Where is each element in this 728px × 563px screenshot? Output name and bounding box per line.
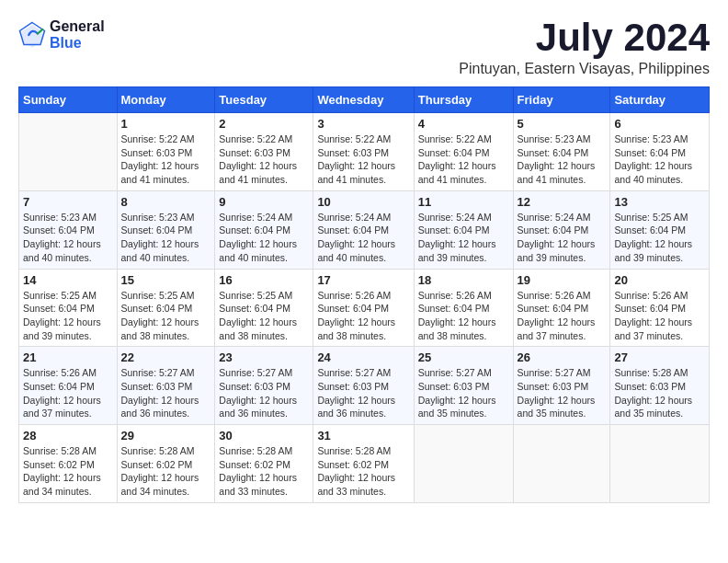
calendar-cell: 20Sunrise: 5:26 AM Sunset: 6:04 PM Dayli… [610, 269, 710, 347]
day-info: Sunrise: 5:22 AM Sunset: 6:03 PM Dayligh… [317, 132, 409, 187]
calendar-cell: 1Sunrise: 5:22 AM Sunset: 6:03 PM Daylig… [117, 113, 215, 191]
day-info: Sunrise: 5:24 AM Sunset: 6:04 PM Dayligh… [418, 211, 509, 265]
calendar-cell: 26Sunrise: 5:27 AM Sunset: 6:03 PM Dayli… [513, 347, 610, 425]
calendar-cell: 11Sunrise: 5:24 AM Sunset: 6:04 PM Dayli… [414, 190, 513, 269]
day-info: Sunrise: 5:27 AM Sunset: 6:03 PM Dayligh… [418, 366, 509, 420]
calendar-cell: 2Sunrise: 5:22 AM Sunset: 6:03 PM Daylig… [215, 113, 313, 191]
calendar-cell: 27Sunrise: 5:28 AM Sunset: 6:03 PM Dayli… [610, 347, 710, 425]
day-number: 26 [518, 350, 607, 364]
title-block: July 2024 Pintuyan, Eastern Visayas, Phi… [459, 18, 710, 77]
day-info: Sunrise: 5:28 AM Sunset: 6:03 PM Dayligh… [614, 366, 705, 420]
calendar-week-5: 28Sunrise: 5:28 AM Sunset: 6:02 PM Dayli… [19, 425, 710, 503]
calendar-table: SundayMondayTuesdayWednesdayThursdayFrid… [18, 86, 710, 503]
day-info: Sunrise: 5:24 AM Sunset: 6:04 PM Dayligh… [518, 211, 607, 265]
calendar-week-2: 7Sunrise: 5:23 AM Sunset: 6:04 PM Daylig… [19, 190, 710, 269]
calendar-cell: 22Sunrise: 5:27 AM Sunset: 6:03 PM Dayli… [117, 347, 215, 425]
day-number: 27 [614, 350, 705, 364]
calendar-cell: 9Sunrise: 5:24 AM Sunset: 6:04 PM Daylig… [215, 190, 313, 269]
day-number: 3 [317, 117, 409, 131]
calendar-cell [513, 425, 610, 503]
day-info: Sunrise: 5:26 AM Sunset: 6:04 PM Dayligh… [614, 289, 705, 343]
day-number: 6 [614, 117, 705, 131]
day-number: 24 [317, 350, 409, 364]
calendar-cell [610, 425, 710, 503]
day-info: Sunrise: 5:27 AM Sunset: 6:03 PM Dayligh… [518, 366, 607, 420]
day-info: Sunrise: 5:24 AM Sunset: 6:04 PM Dayligh… [317, 211, 409, 265]
day-info: Sunrise: 5:28 AM Sunset: 6:02 PM Dayligh… [219, 444, 309, 499]
day-number: 31 [317, 429, 409, 442]
day-number: 16 [219, 273, 309, 287]
day-number: 20 [614, 273, 705, 287]
calendar-cell: 12Sunrise: 5:24 AM Sunset: 6:04 PM Dayli… [513, 190, 610, 269]
day-info: Sunrise: 5:25 AM Sunset: 6:04 PM Dayligh… [121, 289, 211, 343]
day-info: Sunrise: 5:25 AM Sunset: 6:04 PM Dayligh… [219, 289, 309, 343]
calendar-cell: 24Sunrise: 5:27 AM Sunset: 6:03 PM Dayli… [313, 347, 414, 425]
calendar-cell: 23Sunrise: 5:27 AM Sunset: 6:03 PM Dayli… [215, 347, 313, 425]
day-number: 2 [219, 117, 309, 131]
calendar-cell: 10Sunrise: 5:24 AM Sunset: 6:04 PM Dayli… [313, 190, 414, 269]
calendar-cell: 13Sunrise: 5:25 AM Sunset: 6:04 PM Dayli… [610, 190, 710, 269]
day-number: 13 [614, 195, 705, 209]
day-number: 7 [23, 195, 113, 209]
day-info: Sunrise: 5:27 AM Sunset: 6:03 PM Dayligh… [317, 366, 409, 420]
calendar-week-1: 1Sunrise: 5:22 AM Sunset: 6:03 PM Daylig… [19, 113, 710, 191]
header: General Blue July 2024 Pintuyan, Eastern… [18, 18, 710, 77]
calendar-week-4: 21Sunrise: 5:26 AM Sunset: 6:04 PM Dayli… [19, 347, 710, 425]
calendar-cell: 8Sunrise: 5:23 AM Sunset: 6:04 PM Daylig… [117, 190, 215, 269]
day-number: 28 [23, 429, 113, 442]
day-info: Sunrise: 5:26 AM Sunset: 6:04 PM Dayligh… [23, 366, 113, 420]
calendar-cell: 14Sunrise: 5:25 AM Sunset: 6:04 PM Dayli… [19, 269, 118, 347]
day-number: 1 [121, 117, 211, 131]
day-number: 22 [121, 350, 211, 364]
month-title: July 2024 [459, 18, 710, 57]
calendar-cell: 30Sunrise: 5:28 AM Sunset: 6:02 PM Dayli… [215, 425, 313, 503]
calendar-cell: 21Sunrise: 5:26 AM Sunset: 6:04 PM Dayli… [19, 347, 118, 425]
day-number: 8 [121, 195, 211, 209]
calendar-cell [414, 425, 513, 503]
day-info: Sunrise: 5:27 AM Sunset: 6:03 PM Dayligh… [121, 366, 211, 420]
calendar-cell: 7Sunrise: 5:23 AM Sunset: 6:04 PM Daylig… [19, 190, 118, 269]
calendar-cell: 29Sunrise: 5:28 AM Sunset: 6:02 PM Dayli… [117, 425, 215, 503]
day-number: 23 [219, 350, 309, 364]
calendar-cell: 6Sunrise: 5:23 AM Sunset: 6:04 PM Daylig… [610, 113, 710, 191]
day-info: Sunrise: 5:27 AM Sunset: 6:03 PM Dayligh… [219, 366, 309, 420]
day-info: Sunrise: 5:24 AM Sunset: 6:04 PM Dayligh… [219, 211, 309, 265]
calendar-cell: 17Sunrise: 5:26 AM Sunset: 6:04 PM Dayli… [313, 269, 414, 347]
day-info: Sunrise: 5:28 AM Sunset: 6:02 PM Dayligh… [23, 444, 113, 499]
logo-icon [18, 21, 46, 49]
day-info: Sunrise: 5:23 AM Sunset: 6:04 PM Dayligh… [121, 211, 211, 265]
header-day-sunday: Sunday [19, 87, 118, 113]
calendar-cell: 5Sunrise: 5:23 AM Sunset: 6:04 PM Daylig… [513, 113, 610, 191]
day-info: Sunrise: 5:23 AM Sunset: 6:04 PM Dayligh… [23, 211, 113, 265]
day-number: 4 [418, 117, 509, 131]
calendar-cell: 31Sunrise: 5:28 AM Sunset: 6:02 PM Dayli… [313, 425, 414, 503]
day-number: 15 [121, 273, 211, 287]
calendar-cell: 16Sunrise: 5:25 AM Sunset: 6:04 PM Dayli… [215, 269, 313, 347]
header-day-friday: Friday [513, 87, 610, 113]
day-number: 21 [23, 350, 113, 364]
day-number: 14 [23, 273, 113, 287]
day-info: Sunrise: 5:25 AM Sunset: 6:04 PM Dayligh… [614, 211, 705, 265]
logo-text: General Blue [50, 18, 105, 52]
day-number: 17 [317, 273, 409, 287]
day-info: Sunrise: 5:26 AM Sunset: 6:04 PM Dayligh… [317, 289, 409, 343]
calendar-cell: 15Sunrise: 5:25 AM Sunset: 6:04 PM Dayli… [117, 269, 215, 347]
day-info: Sunrise: 5:26 AM Sunset: 6:04 PM Dayligh… [418, 289, 509, 343]
day-info: Sunrise: 5:28 AM Sunset: 6:02 PM Dayligh… [121, 444, 211, 499]
header-day-monday: Monday [117, 87, 215, 113]
day-info: Sunrise: 5:26 AM Sunset: 6:04 PM Dayligh… [518, 289, 607, 343]
day-info: Sunrise: 5:23 AM Sunset: 6:04 PM Dayligh… [614, 132, 705, 187]
calendar-cell [19, 113, 118, 191]
day-number: 9 [219, 195, 309, 209]
day-info: Sunrise: 5:28 AM Sunset: 6:02 PM Dayligh… [317, 444, 409, 499]
day-info: Sunrise: 5:23 AM Sunset: 6:04 PM Dayligh… [518, 132, 607, 187]
header-day-thursday: Thursday [414, 87, 513, 113]
day-number: 30 [219, 429, 309, 442]
header-day-tuesday: Tuesday [215, 87, 313, 113]
calendar-cell: 25Sunrise: 5:27 AM Sunset: 6:03 PM Dayli… [414, 347, 513, 425]
day-info: Sunrise: 5:22 AM Sunset: 6:03 PM Dayligh… [219, 132, 309, 187]
day-number: 25 [418, 350, 509, 364]
day-number: 5 [518, 117, 607, 131]
calendar-cell: 4Sunrise: 5:22 AM Sunset: 6:04 PM Daylig… [414, 113, 513, 191]
calendar-cell: 18Sunrise: 5:26 AM Sunset: 6:04 PM Dayli… [414, 269, 513, 347]
